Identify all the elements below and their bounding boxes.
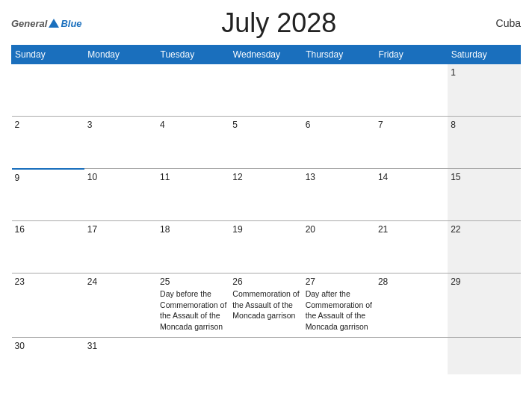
table-row: 17 bbox=[84, 221, 157, 274]
table-row: 26Commemoration of the Assault of the Mo… bbox=[229, 274, 302, 338]
table-row bbox=[12, 64, 84, 117]
table-row: 25Day before the Commemoration of the As… bbox=[157, 274, 229, 338]
header-monday: Monday bbox=[84, 46, 157, 64]
header-sunday: Sunday bbox=[12, 46, 84, 64]
table-row: 12 bbox=[229, 169, 302, 221]
header-tuesday: Tuesday bbox=[157, 46, 229, 64]
logo-blue-text: Blue bbox=[61, 18, 81, 29]
calendar-page: General Blue July 2028 Cuba Sunday Monda… bbox=[0, 0, 532, 411]
table-row: 15 bbox=[448, 169, 520, 221]
table-row: 29 bbox=[448, 274, 520, 338]
table-row: 23 bbox=[12, 274, 84, 338]
header-friday: Friday bbox=[375, 46, 448, 64]
calendar-title: July 2028 bbox=[82, 7, 476, 39]
table-row: 19 bbox=[229, 221, 302, 274]
table-row: 3 bbox=[84, 117, 157, 169]
table-row: 6 bbox=[303, 117, 375, 169]
header-wednesday: Wednesday bbox=[229, 46, 302, 64]
table-row: 30 bbox=[12, 337, 84, 374]
table-row: 27Day after the Commemoration of the Ass… bbox=[303, 274, 375, 338]
table-row bbox=[229, 337, 302, 374]
header-saturday: Saturday bbox=[448, 46, 520, 64]
table-row bbox=[157, 337, 229, 374]
table-row bbox=[375, 337, 448, 374]
table-row: 8 bbox=[448, 117, 520, 169]
table-row bbox=[157, 64, 229, 117]
table-row: 16 bbox=[12, 221, 84, 274]
logo: General Blue bbox=[11, 18, 82, 29]
table-row: 4 bbox=[157, 117, 229, 169]
table-row: 10 bbox=[84, 169, 157, 221]
logo-triangle-icon bbox=[49, 19, 59, 28]
table-row: 18 bbox=[157, 221, 229, 274]
weekday-header-row: Sunday Monday Tuesday Wednesday Thursday… bbox=[12, 46, 521, 64]
table-row: 20 bbox=[303, 221, 375, 274]
table-row: 28 bbox=[375, 274, 448, 338]
table-row: 5 bbox=[229, 117, 302, 169]
table-row: 9 bbox=[12, 169, 84, 221]
calendar-header: General Blue July 2028 Cuba bbox=[11, 7, 521, 39]
table-row: 13 bbox=[303, 169, 375, 221]
table-row: 11 bbox=[157, 169, 229, 221]
table-row bbox=[303, 337, 375, 374]
table-row bbox=[375, 64, 448, 117]
logo-general-text: General bbox=[11, 18, 47, 29]
table-row: 31 bbox=[84, 337, 157, 374]
table-row: 22 bbox=[448, 221, 520, 274]
table-row: 1 bbox=[448, 64, 520, 117]
table-row: 2 bbox=[12, 117, 84, 169]
table-row: 21 bbox=[375, 221, 448, 274]
table-row: 24 bbox=[84, 274, 157, 338]
table-row bbox=[448, 337, 520, 374]
country-label: Cuba bbox=[476, 17, 521, 29]
table-row bbox=[229, 64, 302, 117]
calendar-table: Sunday Monday Tuesday Wednesday Thursday… bbox=[11, 45, 521, 374]
table-row: 7 bbox=[375, 117, 448, 169]
table-row: 14 bbox=[375, 169, 448, 221]
table-row bbox=[303, 64, 375, 117]
header-thursday: Thursday bbox=[303, 46, 375, 64]
table-row bbox=[84, 64, 157, 117]
